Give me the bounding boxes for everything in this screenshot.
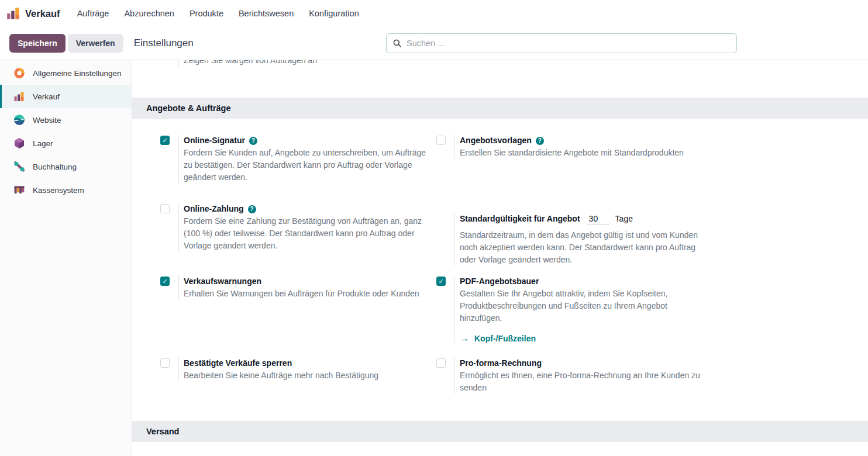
section-header-angebote-auftraege: Angebote & Aufträge — [132, 98, 868, 119]
nav-item-abzurechnen[interactable]: Abzurechnen — [116, 0, 181, 27]
angebotsvorlagen-checkbox[interactable]: ✓ — [436, 136, 446, 145]
verkaufswarnungen-checkbox[interactable]: ✓ — [160, 277, 170, 286]
nav-item-konfiguration[interactable]: Konfiguration — [301, 0, 366, 27]
setting-label: Angebotsvorlagen — [460, 134, 532, 147]
setting-description: Fordern Sie eine Zahlung zur Bestätigung… — [184, 215, 429, 252]
discard-button[interactable]: Verwerfen — [68, 34, 123, 53]
clipped-setting-description: Zeigen Sie Margen von Aufträgen an — [178, 60, 868, 67]
setting-proforma-rechnung: ✓ Pro-forma-Rechnung Ermöglicht es Ihnen… — [429, 357, 705, 421]
setting-description: Ermöglicht es Ihnen, eine Pro-forma-Rech… — [460, 369, 705, 394]
setting-label: Pro-forma-Rechnung — [460, 357, 542, 369]
setting-description: Standardzeitraum, in dem das Angebot gül… — [460, 229, 705, 266]
setting-description: Fordern Sie Kunden auf, Angebote zu unte… — [184, 147, 429, 184]
setting-pdf-angebotsbauer: ✓ PDF-Angebotsbauer Gestalten Sie Ihr An… — [429, 275, 705, 357]
top-nav-bar: Verkauf Aufträge Abzurechnen Produkte Be… — [0, 0, 868, 27]
help-icon[interactable]: ? — [248, 205, 256, 213]
setting-label: Online-Signatur — [184, 134, 245, 147]
sidebar-item-label: Buchhaltung — [33, 163, 77, 171]
sidebar-item-label: Lager — [33, 139, 53, 148]
setting-label: Verkaufswarnungen — [184, 275, 261, 288]
setting-description: Bearbeiten Sie keine Aufträge mehr nach … — [184, 369, 429, 382]
setting-label: Bestätigte Verkäufe sperren — [184, 357, 292, 369]
general-settings-gear-icon — [13, 67, 25, 79]
sales-bars-icon — [13, 91, 25, 102]
setting-standardgueltigkeit: Standardgültigkeit für Angebot Tage Stan… — [429, 203, 705, 275]
sidebar-item-allgemeine-einstellungen[interactable]: Allgemeine Einstellungen — [0, 61, 132, 85]
nav-item-produkte[interactable]: Produkte — [182, 0, 231, 27]
setting-label: Online-Zahlung — [184, 203, 244, 215]
pdf-angebotsbauer-checkbox[interactable]: ✓ — [436, 277, 446, 286]
settings-sidebar: Allgemeine Einstellungen Verkauf Website — [0, 60, 132, 456]
save-button[interactable]: Speichern — [9, 34, 66, 53]
search-icon — [392, 39, 402, 48]
inventory-box-icon — [13, 137, 25, 149]
setting-online-signatur: ✓ Online-Signatur ? Fordern Sie Kunden a… — [153, 134, 429, 203]
proforma-checkbox[interactable]: ✓ — [436, 358, 446, 368]
settings-main-panel: Zeigen Sie Margen von Aufträgen an Angeb… — [132, 60, 868, 456]
search-box[interactable] — [386, 33, 737, 53]
validity-unit-label: Tage — [615, 213, 633, 225]
setting-bestaetigte-verkaeufe-sperren: ✓ Bestätigte Verkäufe sperren Bearbeiten… — [153, 357, 429, 421]
sidebar-item-label: Allgemeine Einstellungen — [33, 69, 122, 78]
control-panel: Speichern Verwerfen Einstellungen — [0, 27, 868, 60]
right-arrow-icon: → — [460, 334, 469, 343]
setting-online-zahlung: ✓ Online-Zahlung ? Fordern Sie eine Zahl… — [153, 203, 429, 275]
sidebar-item-label: Verkauf — [33, 92, 60, 101]
app-name[interactable]: Verkauf — [25, 8, 60, 19]
setting-description: Erstellen Sie standardisierte Angebote m… — [460, 147, 705, 159]
setting-label: PDF-Angebotsbauer — [460, 275, 539, 288]
sidebar-item-label: Website — [33, 116, 61, 125]
sidebar-item-website[interactable]: Website — [0, 108, 132, 132]
section-header-versand: Versand — [132, 421, 868, 442]
setting-description: Erhalten Sie Warnungen bei Aufträgen für… — [184, 288, 429, 300]
online-signatur-checkbox[interactable]: ✓ — [160, 136, 170, 145]
sidebar-item-verkauf[interactable]: Verkauf — [0, 85, 132, 108]
help-icon[interactable]: ? — [536, 137, 544, 145]
settings-grid: ✓ Online-Signatur ? Fordern Sie Kunden a… — [132, 134, 868, 421]
sidebar-item-buchhaltung[interactable]: Buchhaltung — [0, 155, 132, 178]
sidebar-item-kassensystem[interactable]: Kassensystem — [0, 178, 132, 202]
setting-label: Standardgültigkeit für Angebot — [460, 213, 580, 225]
page-title: Einstellungen — [134, 37, 194, 49]
sales-app-logo-icon[interactable] — [6, 6, 21, 21]
kopf-fusszeilen-link[interactable]: → Kopf-/Fußzeilen — [460, 334, 705, 343]
setting-angebotsvorlagen: ✓ Angebotsvorlagen ? Erstellen Sie stand… — [429, 134, 705, 203]
setting-verkaufswarnungen: ✓ Verkaufswarnungen Erhalten Sie Warnung… — [153, 275, 429, 357]
link-label: Kopf-/Fußzeilen — [474, 334, 536, 343]
setting-description: Gestalten Sie Ihr Angebot attraktiv, ind… — [460, 288, 705, 324]
nav-item-auftraege[interactable]: Aufträge — [70, 0, 117, 27]
validity-days-input[interactable] — [587, 214, 609, 224]
accounting-percent-icon — [13, 161, 25, 172]
help-icon[interactable]: ? — [249, 137, 257, 145]
online-zahlung-checkbox[interactable]: ✓ — [160, 204, 170, 213]
website-globe-icon — [13, 114, 25, 126]
nav-item-berichtswesen[interactable]: Berichtswesen — [231, 0, 301, 27]
search-input[interactable] — [407, 39, 731, 48]
verkaeufe-sperren-checkbox[interactable]: ✓ — [160, 358, 170, 368]
point-of-sale-awning-icon — [13, 184, 25, 196]
sidebar-item-lager[interactable]: Lager — [0, 132, 132, 155]
sidebar-item-label: Kassensystem — [33, 186, 84, 195]
